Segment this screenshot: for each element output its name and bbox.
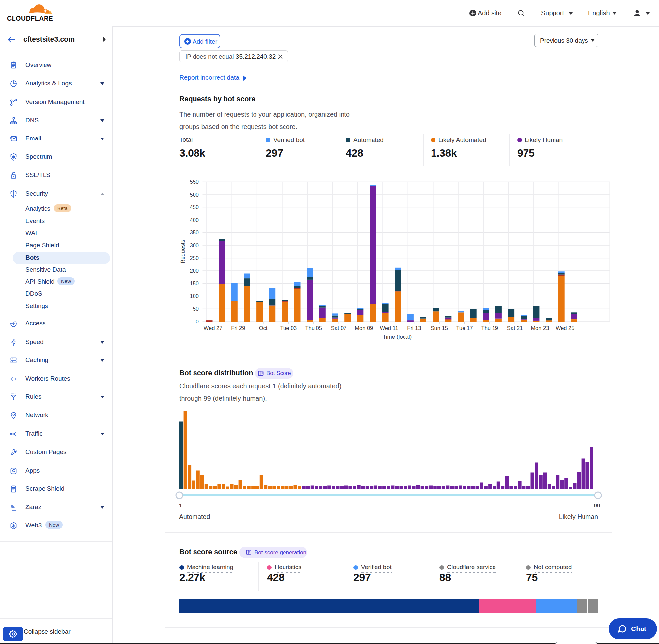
svg-text:Wed 27: Wed 27	[204, 325, 222, 331]
svg-text:400: 400	[190, 217, 199, 223]
svg-text:Wed 25: Wed 25	[556, 325, 574, 331]
svg-text:Mon 09: Mon 09	[355, 325, 373, 331]
svg-text:Sat 07: Sat 07	[331, 325, 347, 331]
svg-text:550: 550	[190, 179, 199, 185]
svg-text:150: 150	[190, 280, 199, 286]
svg-text:50: 50	[193, 306, 199, 312]
svg-text:Thu 05: Thu 05	[305, 325, 322, 331]
svg-text:0: 0	[196, 319, 199, 324]
svg-text:Time (local): Time (local)	[383, 334, 412, 340]
svg-text:Sun 15: Sun 15	[431, 325, 448, 331]
svg-text:Tue 03: Tue 03	[280, 325, 297, 331]
svg-text:Sat 21: Sat 21	[507, 325, 523, 331]
svg-text:Requests: Requests	[180, 240, 186, 263]
svg-text:500: 500	[190, 191, 199, 198]
svg-text:350: 350	[190, 230, 199, 235]
svg-text:300: 300	[190, 243, 199, 248]
svg-text:250: 250	[190, 255, 199, 261]
svg-text:Fri 13: Fri 13	[407, 325, 421, 331]
svg-text:Thu 19: Thu 19	[481, 325, 498, 331]
svg-text:100: 100	[190, 293, 199, 299]
svg-text:Wed 11: Wed 11	[380, 325, 398, 331]
svg-text:Tue 17: Tue 17	[456, 325, 473, 331]
svg-text:Fri 29: Fri 29	[231, 325, 245, 331]
svg-text:450: 450	[190, 204, 199, 210]
svg-text:200: 200	[190, 268, 199, 274]
svg-text:Oct: Oct	[259, 325, 268, 331]
svg-text:Mon 23: Mon 23	[531, 325, 549, 331]
